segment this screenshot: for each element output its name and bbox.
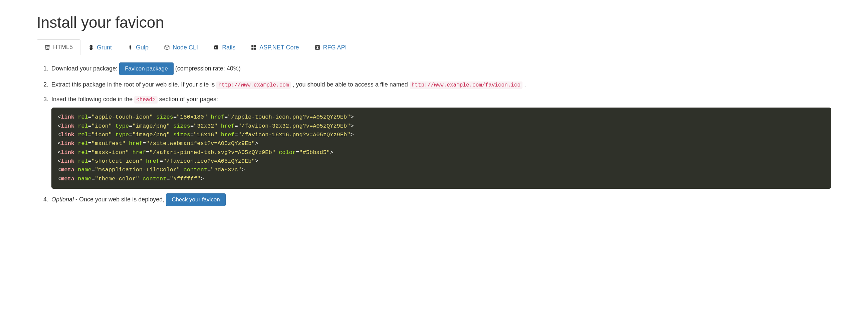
nodejs-icon: [164, 44, 170, 51]
tabs: HTML5 Grunt Gulp Node CLI Rails ASP.NET …: [37, 39, 831, 55]
step-3-suffix: section of your pages:: [159, 96, 218, 102]
optional-label: Optional: [52, 196, 74, 203]
tab-rfg-api[interactable]: RFG API: [307, 39, 354, 55]
rails-icon: [213, 44, 219, 51]
tab-label: HTML5: [53, 44, 73, 51]
svg-rect-0: [214, 45, 218, 50]
step-2-url-2: http://www.example.com/favicon.ico: [410, 82, 523, 89]
html5-icon: [44, 44, 51, 51]
step-4-mid: - Once your web site is deployed,: [75, 196, 166, 203]
tab-html5[interactable]: HTML5: [37, 39, 81, 55]
svg-rect-2: [254, 45, 256, 47]
favicon-package-button[interactable]: Favicon package: [119, 62, 174, 75]
tab-rails[interactable]: Rails: [206, 39, 243, 55]
step-4: Optional - Once your web site is deploye…: [50, 193, 831, 206]
step-3: Insert the following code in the <head> …: [50, 94, 831, 189]
step-1-suffix: (compression rate: 40%): [175, 65, 241, 72]
step-3-head-tag: <head>: [134, 96, 158, 103]
tab-gulp[interactable]: Gulp: [120, 39, 156, 55]
step-2-mid: , you should be able to access a file na…: [292, 81, 409, 88]
tab-label: RFG API: [323, 44, 347, 51]
step-2-prefix: Extract this package in the root of your…: [52, 81, 216, 88]
svg-rect-3: [251, 48, 253, 50]
tab-label: Rails: [222, 44, 235, 51]
tab-aspnet-core[interactable]: ASP.NET Core: [243, 39, 307, 55]
tab-label: Gulp: [136, 44, 149, 51]
tab-node-cli[interactable]: Node CLI: [156, 39, 206, 55]
tab-label: ASP.NET Core: [259, 44, 299, 51]
svg-rect-1: [251, 45, 253, 47]
page-title: Install your favicon: [37, 13, 831, 31]
step-2-suffix: .: [524, 81, 526, 88]
step-3-prefix: Insert the following code in the: [52, 96, 134, 102]
step-2-url-1: http://www.example.com: [216, 82, 291, 89]
code-snippet: <link rel="apple-touch-icon" sizes="180x…: [52, 108, 831, 189]
grunt-icon: [88, 44, 94, 51]
step-1: Download your package: Favicon package (…: [50, 62, 831, 75]
step-1-prefix: Download your package:: [52, 65, 119, 72]
tab-label: Node CLI: [173, 44, 198, 51]
tab-label: Grunt: [97, 44, 112, 51]
tab-grunt[interactable]: Grunt: [81, 39, 120, 55]
rfg-icon: [314, 44, 320, 51]
svg-rect-4: [254, 48, 256, 50]
gulp-icon: [127, 44, 133, 51]
windows-icon: [251, 44, 257, 51]
instructions-list: Download your package: Favicon package (…: [50, 62, 831, 206]
step-2: Extract this package in the root of your…: [50, 80, 831, 90]
check-favicon-button[interactable]: Check your favicon: [166, 193, 226, 206]
